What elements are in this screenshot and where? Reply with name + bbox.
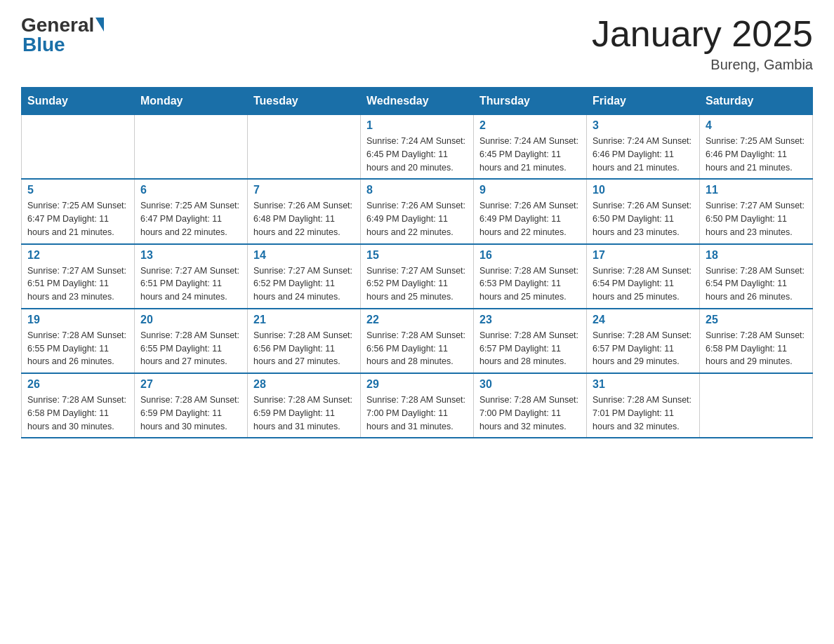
table-row: 22Sunrise: 7:28 AM Sunset: 6:56 PM Dayli…	[361, 309, 474, 373]
day-number: 22	[366, 314, 468, 326]
day-info: Sunrise: 7:27 AM Sunset: 6:52 PM Dayligh…	[366, 264, 468, 304]
table-row: 10Sunrise: 7:26 AM Sunset: 6:50 PM Dayli…	[587, 179, 700, 243]
calendar-week-row: 26Sunrise: 7:28 AM Sunset: 6:58 PM Dayli…	[22, 373, 813, 438]
day-info: Sunrise: 7:28 AM Sunset: 6:56 PM Dayligh…	[253, 329, 355, 368]
table-row: 5Sunrise: 7:25 AM Sunset: 6:47 PM Daylig…	[22, 179, 135, 243]
page-title: January 2025	[592, 14, 813, 54]
calendar-week-row: 19Sunrise: 7:28 AM Sunset: 6:55 PM Dayli…	[22, 309, 813, 373]
table-row: 13Sunrise: 7:27 AM Sunset: 6:51 PM Dayli…	[135, 244, 248, 309]
table-row: 19Sunrise: 7:28 AM Sunset: 6:55 PM Dayli…	[22, 309, 135, 373]
table-row: 20Sunrise: 7:28 AM Sunset: 6:55 PM Dayli…	[135, 309, 248, 373]
table-row: 27Sunrise: 7:28 AM Sunset: 6:59 PM Dayli…	[135, 373, 248, 438]
day-number: 15	[366, 249, 468, 262]
day-number: 26	[27, 378, 128, 391]
table-row	[22, 115, 135, 180]
day-number: 11	[706, 184, 807, 196]
day-number: 5	[27, 184, 128, 196]
table-row: 6Sunrise: 7:25 AM Sunset: 6:47 PM Daylig…	[135, 179, 248, 243]
table-row	[248, 115, 361, 180]
day-number: 28	[253, 378, 355, 391]
calendar-table: Sunday Monday Tuesday Wednesday Thursday…	[21, 87, 813, 438]
day-info: Sunrise: 7:27 AM Sunset: 6:51 PM Dayligh…	[27, 264, 128, 304]
table-row: 25Sunrise: 7:28 AM Sunset: 6:58 PM Dayli…	[700, 309, 813, 373]
header-thursday: Thursday	[474, 88, 587, 115]
day-number: 12	[27, 249, 128, 262]
header-monday: Monday	[135, 88, 248, 115]
logo-blue-text: Blue	[21, 34, 104, 56]
table-row: 28Sunrise: 7:28 AM Sunset: 6:59 PM Dayli…	[248, 373, 361, 438]
day-info: Sunrise: 7:27 AM Sunset: 6:51 PM Dayligh…	[140, 264, 241, 304]
day-number: 10	[593, 184, 694, 196]
day-info: Sunrise: 7:28 AM Sunset: 6:59 PM Dayligh…	[140, 394, 241, 433]
day-info: Sunrise: 7:28 AM Sunset: 6:59 PM Dayligh…	[253, 394, 355, 433]
day-number: 31	[593, 378, 694, 391]
day-info: Sunrise: 7:28 AM Sunset: 6:55 PM Dayligh…	[140, 329, 241, 368]
table-row	[135, 115, 248, 180]
table-row: 30Sunrise: 7:28 AM Sunset: 7:00 PM Dayli…	[474, 373, 587, 438]
day-info: Sunrise: 7:28 AM Sunset: 7:01 PM Dayligh…	[593, 394, 694, 433]
day-info: Sunrise: 7:25 AM Sunset: 6:46 PM Dayligh…	[706, 135, 807, 174]
page-subtitle: Bureng, Gambia	[592, 57, 813, 73]
table-row	[700, 373, 813, 438]
day-number: 19	[27, 314, 128, 326]
logo-triangle-icon	[95, 18, 104, 32]
day-info: Sunrise: 7:26 AM Sunset: 6:48 PM Dayligh…	[253, 199, 355, 239]
day-number: 8	[366, 184, 468, 196]
table-row: 17Sunrise: 7:28 AM Sunset: 6:54 PM Dayli…	[587, 244, 700, 309]
calendar-week-row: 1Sunrise: 7:24 AM Sunset: 6:45 PM Daylig…	[22, 115, 813, 180]
table-row: 23Sunrise: 7:28 AM Sunset: 6:57 PM Dayli…	[474, 309, 587, 373]
day-number: 21	[253, 314, 355, 326]
day-number: 14	[253, 249, 355, 262]
table-row: 4Sunrise: 7:25 AM Sunset: 6:46 PM Daylig…	[700, 115, 813, 180]
calendar-header-row: Sunday Monday Tuesday Wednesday Thursday…	[22, 88, 813, 115]
day-info: Sunrise: 7:28 AM Sunset: 7:00 PM Dayligh…	[479, 394, 581, 433]
table-row: 3Sunrise: 7:24 AM Sunset: 6:46 PM Daylig…	[587, 115, 700, 180]
table-row: 8Sunrise: 7:26 AM Sunset: 6:49 PM Daylig…	[361, 179, 474, 243]
day-number: 4	[706, 119, 807, 132]
day-number: 1	[366, 119, 468, 132]
day-info: Sunrise: 7:28 AM Sunset: 6:58 PM Dayligh…	[27, 394, 128, 433]
day-info: Sunrise: 7:25 AM Sunset: 6:47 PM Dayligh…	[27, 199, 128, 239]
day-info: Sunrise: 7:27 AM Sunset: 6:50 PM Dayligh…	[706, 199, 807, 239]
day-number: 30	[479, 378, 581, 391]
day-info: Sunrise: 7:28 AM Sunset: 6:58 PM Dayligh…	[706, 329, 807, 368]
day-number: 6	[140, 184, 241, 196]
table-row: 18Sunrise: 7:28 AM Sunset: 6:54 PM Dayli…	[700, 244, 813, 309]
day-number: 25	[706, 314, 807, 326]
day-info: Sunrise: 7:28 AM Sunset: 6:53 PM Dayligh…	[479, 264, 581, 304]
day-info: Sunrise: 7:28 AM Sunset: 6:56 PM Dayligh…	[366, 329, 468, 368]
title-section: January 2025 Bureng, Gambia	[592, 14, 813, 73]
table-row: 1Sunrise: 7:24 AM Sunset: 6:45 PM Daylig…	[361, 115, 474, 180]
day-info: Sunrise: 7:28 AM Sunset: 7:00 PM Dayligh…	[366, 394, 468, 433]
header-saturday: Saturday	[700, 88, 813, 115]
table-row: 14Sunrise: 7:27 AM Sunset: 6:52 PM Dayli…	[248, 244, 361, 309]
table-row: 2Sunrise: 7:24 AM Sunset: 6:45 PM Daylig…	[474, 115, 587, 180]
table-row: 26Sunrise: 7:28 AM Sunset: 6:58 PM Dayli…	[22, 373, 135, 438]
table-row: 11Sunrise: 7:27 AM Sunset: 6:50 PM Dayli…	[700, 179, 813, 243]
day-number: 20	[140, 314, 241, 326]
table-row: 15Sunrise: 7:27 AM Sunset: 6:52 PM Dayli…	[361, 244, 474, 309]
day-number: 24	[593, 314, 694, 326]
logo: General Blue	[21, 14, 104, 56]
table-row: 7Sunrise: 7:26 AM Sunset: 6:48 PM Daylig…	[248, 179, 361, 243]
day-info: Sunrise: 7:24 AM Sunset: 6:45 PM Dayligh…	[366, 135, 468, 174]
table-row: 24Sunrise: 7:28 AM Sunset: 6:57 PM Dayli…	[587, 309, 700, 373]
day-info: Sunrise: 7:24 AM Sunset: 6:45 PM Dayligh…	[479, 135, 581, 174]
calendar-week-row: 5Sunrise: 7:25 AM Sunset: 6:47 PM Daylig…	[22, 179, 813, 243]
day-number: 16	[479, 249, 581, 262]
day-number: 2	[479, 119, 581, 132]
header-tuesday: Tuesday	[248, 88, 361, 115]
day-number: 9	[479, 184, 581, 196]
day-info: Sunrise: 7:26 AM Sunset: 6:50 PM Dayligh…	[593, 199, 694, 239]
day-info: Sunrise: 7:27 AM Sunset: 6:52 PM Dayligh…	[253, 264, 355, 304]
day-info: Sunrise: 7:25 AM Sunset: 6:47 PM Dayligh…	[140, 199, 241, 239]
day-info: Sunrise: 7:28 AM Sunset: 6:54 PM Dayligh…	[593, 264, 694, 304]
day-info: Sunrise: 7:28 AM Sunset: 6:55 PM Dayligh…	[27, 329, 128, 368]
header-wednesday: Wednesday	[361, 88, 474, 115]
header-sunday: Sunday	[22, 88, 135, 115]
day-number: 17	[593, 249, 694, 262]
day-number: 7	[253, 184, 355, 196]
calendar-week-row: 12Sunrise: 7:27 AM Sunset: 6:51 PM Dayli…	[22, 244, 813, 309]
day-number: 3	[593, 119, 694, 132]
day-number: 13	[140, 249, 241, 262]
